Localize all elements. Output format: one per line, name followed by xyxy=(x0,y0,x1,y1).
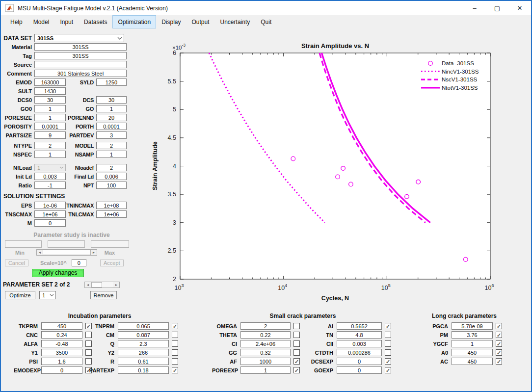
ai-checkbox[interactable]: ✓ xyxy=(385,323,391,329)
menu-item-help[interactable]: Help xyxy=(5,15,28,28)
m-field[interactable] xyxy=(34,219,66,227)
material-field[interactable] xyxy=(34,43,127,51)
ntype-field[interactable] xyxy=(34,142,66,149)
nsamp-field[interactable] xyxy=(96,151,127,158)
legend-label-NincV1-301SS[interactable]: NincV1-301SS xyxy=(442,69,479,75)
pgca-field[interactable] xyxy=(452,322,493,330)
minimize-icon[interactable]: – xyxy=(463,1,486,15)
pm-checkbox[interactable]: ✓ xyxy=(496,332,502,338)
ci-field[interactable] xyxy=(240,340,291,347)
source-field[interactable] xyxy=(34,61,127,68)
remove-button[interactable]: Remove xyxy=(90,291,117,299)
cm-checkbox[interactable] xyxy=(172,332,178,338)
ratio-field[interactable] xyxy=(34,182,66,189)
cii-field[interactable] xyxy=(337,340,382,347)
optimize-button[interactable]: Optimize xyxy=(5,291,35,299)
cii-checkbox[interactable] xyxy=(385,340,391,347)
partexp-checkbox[interactable]: ✓ xyxy=(172,367,178,373)
dcsexp-field[interactable] xyxy=(337,358,382,365)
q-field[interactable] xyxy=(118,340,169,347)
porth-field[interactable] xyxy=(96,123,127,130)
param-study-scrollbar[interactable]: ◄ ► xyxy=(36,249,97,256)
menu-item-output[interactable]: Output xyxy=(186,15,215,28)
theta-field[interactable] xyxy=(240,331,291,339)
tn-field[interactable] xyxy=(337,331,382,339)
pgca-checkbox[interactable]: ✓ xyxy=(496,323,502,329)
menu-item-datasets[interactable]: Datasets xyxy=(79,15,112,28)
maximize-icon[interactable]: ▢ xyxy=(486,1,508,15)
slider-thumb[interactable] xyxy=(91,282,102,287)
model-field[interactable] xyxy=(96,142,127,149)
tnincmax-field[interactable] xyxy=(96,202,127,209)
nloadef-field[interactable] xyxy=(96,164,127,171)
poresize-field[interactable] xyxy=(34,114,66,121)
cm-field[interactable] xyxy=(118,331,169,339)
slider-left-icon[interactable]: ◄ xyxy=(85,282,91,287)
goexp-field[interactable] xyxy=(337,366,382,374)
alfa-field[interactable] xyxy=(41,340,82,347)
go0-field[interactable] xyxy=(34,105,66,112)
ac-checkbox[interactable]: ✓ xyxy=(496,358,502,365)
legend-label-data[interactable]: Data -301SS xyxy=(442,60,474,66)
scroll-left-icon[interactable]: ◄ xyxy=(37,250,43,255)
slider-right-icon[interactable]: ► xyxy=(113,282,119,287)
partexp-field[interactable] xyxy=(118,366,169,374)
menu-item-model[interactable]: Model xyxy=(28,15,55,28)
gg-field[interactable] xyxy=(240,349,291,356)
syld-field[interactable] xyxy=(96,78,127,86)
menu-item-uncertainty[interactable]: Uncertainty xyxy=(215,15,256,28)
y1-field[interactable] xyxy=(41,349,82,356)
cnc-field[interactable] xyxy=(41,331,82,339)
r-checkbox[interactable] xyxy=(172,358,178,365)
poreexp-field[interactable] xyxy=(240,366,291,374)
tnscmax-field[interactable] xyxy=(34,210,66,218)
initld-field[interactable] xyxy=(34,173,66,180)
q-checkbox[interactable] xyxy=(172,340,178,347)
af-field[interactable] xyxy=(240,358,291,365)
finalld-field[interactable] xyxy=(96,173,127,180)
porennd-field[interactable] xyxy=(96,114,127,121)
ygcf-checkbox[interactable]: ✓ xyxy=(496,340,502,347)
scale-field[interactable] xyxy=(72,259,86,266)
r-field[interactable] xyxy=(118,358,169,365)
parameter-set-slider[interactable]: ◄ ► xyxy=(84,282,120,288)
eps-field[interactable] xyxy=(34,202,66,209)
dcs-field[interactable] xyxy=(96,96,127,104)
porosity-field[interactable] xyxy=(34,123,66,130)
close-icon[interactable]: ✕ xyxy=(508,1,531,15)
ai-field[interactable] xyxy=(337,322,382,330)
ygcf-field[interactable] xyxy=(452,340,493,347)
optimize-set-dropdown[interactable]: 1 xyxy=(39,291,56,299)
comment-field[interactable] xyxy=(34,70,127,77)
goexp-checkbox[interactable]: ✓ xyxy=(385,367,391,373)
scroll-right-icon[interactable]: ► xyxy=(91,250,97,255)
tn-checkbox[interactable] xyxy=(385,332,391,338)
psi-field[interactable] xyxy=(41,358,82,365)
tnlcmax-field[interactable] xyxy=(96,210,127,218)
tkprm-field[interactable] xyxy=(41,322,82,330)
y2-checkbox[interactable] xyxy=(172,349,178,356)
tnprm-checkbox[interactable]: ✓ xyxy=(172,323,178,329)
dataset-dropdown[interactable]: 301SS xyxy=(34,34,124,42)
tnprm-field[interactable] xyxy=(118,322,169,330)
ctdth-checkbox[interactable] xyxy=(385,349,391,356)
menu-item-quit[interactable]: Quit xyxy=(255,15,277,28)
scroll-thumb[interactable] xyxy=(43,250,91,255)
menu-item-optimization[interactable]: Optimization xyxy=(112,15,156,28)
partdev-field[interactable] xyxy=(96,131,127,139)
emod-field[interactable] xyxy=(34,78,66,86)
npt-field[interactable] xyxy=(96,182,127,189)
pm-field[interactable] xyxy=(452,331,493,339)
a0-checkbox[interactable]: ✓ xyxy=(496,349,502,356)
omega-field[interactable] xyxy=(240,322,291,330)
a0-field[interactable] xyxy=(452,349,493,356)
menu-item-display[interactable]: Display xyxy=(156,15,186,28)
y2-field[interactable] xyxy=(118,349,169,356)
go-field[interactable] xyxy=(96,105,127,112)
ac-field[interactable] xyxy=(452,358,493,365)
tag-field[interactable] xyxy=(34,52,127,59)
menu-item-input[interactable]: Input xyxy=(54,15,79,28)
nspec-field[interactable] xyxy=(34,151,66,158)
emodexp-field[interactable] xyxy=(41,366,82,374)
dcs0-field[interactable] xyxy=(34,96,66,104)
